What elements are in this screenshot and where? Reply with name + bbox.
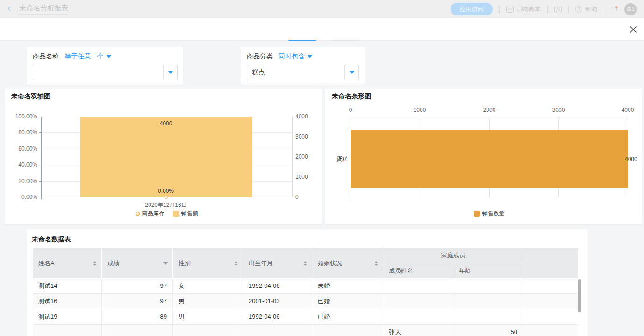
- bar-legend-icon: [173, 211, 179, 217]
- filter-operator-link[interactable]: 同时包含: [279, 52, 312, 61]
- sales-bar[interactable]: [80, 117, 252, 197]
- top-header: ‹ 未命名分析报表 应用访问 </> 后端脚本 ? 帮助 谭1: [0, 0, 644, 18]
- bar-legend-icon: [474, 211, 480, 217]
- axis-tick: [39, 197, 41, 197]
- filter-select[interactable]: 糕点: [247, 65, 359, 80]
- x-axis-category-label: 2020年12月16日: [138, 202, 194, 208]
- table-body: 测试14 97 女 1992-04-06 未婚 测试16 97 男 2001-0…: [33, 278, 578, 336]
- column-header-score[interactable]: 成绩: [102, 248, 173, 278]
- table-cell: 89: [102, 309, 173, 324]
- help-label: 帮助: [585, 5, 597, 14]
- table-cell: [173, 325, 243, 336]
- app-access-button: 应用访问: [451, 3, 493, 15]
- x-axis-tick-label: 1000: [401, 107, 438, 113]
- table-cell: [243, 325, 312, 336]
- filter-card-product-category: 商品分类 同时包含 糕点: [241, 47, 365, 85]
- select-value: 糕点: [247, 65, 344, 80]
- backend-script-button: </> 后端脚本: [506, 5, 541, 14]
- divider: [547, 6, 548, 13]
- help-icon: ?: [575, 6, 582, 13]
- y-axis-category-label: 蛋糕: [325, 156, 348, 162]
- inventory-point-marker[interactable]: [165, 196, 168, 199]
- table-row: 测试14 97 女 1992-04-06 未婚: [33, 278, 578, 294]
- y2-axis-tick-label: 1000: [295, 174, 314, 180]
- divider: [568, 6, 569, 13]
- x-axis-tick-label: 4000: [609, 107, 644, 113]
- y-axis-tick-label: 60.00%: [5, 146, 37, 152]
- legend-label: 销售数量: [482, 210, 505, 218]
- sort-icon[interactable]: [374, 261, 378, 266]
- report-title: 未命名分析报表: [18, 4, 69, 15]
- filter-label: 商品分类: [247, 52, 273, 61]
- legend-label: 销售额: [181, 210, 198, 218]
- table-title: 未命名数据表: [32, 235, 71, 244]
- filter-operator-text: 等于任意一个: [64, 52, 104, 61]
- column-header-birth[interactable]: 出生年月: [243, 248, 312, 278]
- table-row: 测试19 89 男 1992-04-06 已婚: [33, 309, 578, 325]
- select-dropdown-button[interactable]: [163, 65, 177, 80]
- filter-label: 商品名称: [33, 52, 59, 61]
- table-cell: 已婚: [312, 294, 383, 309]
- contacts-icon: [554, 6, 562, 13]
- y-axis-tick-label: 0.00%: [5, 194, 37, 200]
- sub-column-header-age: 年龄: [453, 263, 523, 278]
- group-header-family: 家庭成员: [383, 248, 523, 263]
- y2-axis-tick-label: 2000: [295, 153, 314, 160]
- x-axis-tick-label: 3000: [540, 107, 577, 113]
- table-cell: 男: [173, 294, 243, 309]
- table-header: 姓名A 成绩 性别 出生年月 婚姻状况 家庭成员: [33, 248, 578, 278]
- report-canvas: 商品名称 等于任意一个 商品分类 同时包含 糕点 未命名双轴图 100.0: [0, 41, 644, 336]
- column-header-label: 性别: [179, 259, 191, 268]
- axis-tick: [39, 165, 41, 165]
- y2-axis-tick-label: 4000: [295, 113, 314, 120]
- y2-axis-tick-label: 0: [295, 194, 314, 200]
- sort-icon[interactable]: [234, 261, 238, 266]
- x-axis-tick-label: 2000: [471, 107, 508, 113]
- bar-chart-card: 未命名条形图 0 1000 2000 3000 4000 蛋糕 4000 销售数…: [325, 89, 642, 224]
- table-cell: [102, 325, 173, 336]
- table-cell: [453, 294, 523, 309]
- filter-select[interactable]: [33, 65, 178, 80]
- quantity-bar[interactable]: [351, 130, 628, 188]
- group-header-label: 家庭成员: [441, 251, 465, 260]
- y-axis-tick-label: 80.00%: [5, 129, 37, 136]
- caret-down-icon: [107, 55, 111, 58]
- column-header-name[interactable]: 姓名A: [33, 248, 102, 278]
- select-value: [33, 65, 163, 80]
- close-button[interactable]: [629, 25, 637, 34]
- caret-down-icon: [350, 71, 354, 74]
- legend-item[interactable]: 销售数量: [474, 210, 505, 218]
- table-cell: [383, 309, 453, 324]
- close-icon: [629, 25, 637, 34]
- right-axis-line: [292, 117, 293, 197]
- column-header-empty: [523, 248, 578, 278]
- sort-icon[interactable]: [93, 261, 97, 266]
- divider: [499, 6, 500, 13]
- column-header-label: 姓名A: [38, 259, 55, 268]
- table-cell: 1992-04-06: [243, 278, 312, 293]
- table-cell: 测试16: [33, 294, 102, 309]
- axis-tick: [39, 132, 41, 133]
- axis-tick: [39, 117, 41, 117]
- column-header-label: 出生年月: [249, 259, 273, 268]
- legend: 销售数量: [351, 210, 628, 218]
- data-table-card: 未命名数据表 姓名A 成绩 性别 出生年月 婚姻状况: [27, 229, 588, 336]
- column-header-marital[interactable]: 婚姻状况: [312, 248, 383, 278]
- bell-icon: [611, 6, 618, 13]
- sort-desc-icon[interactable]: [163, 262, 168, 265]
- select-dropdown-button[interactable]: [344, 65, 358, 80]
- column-header-gender[interactable]: 性别: [173, 248, 243, 278]
- table-cell: [523, 325, 578, 336]
- sort-icon[interactable]: [303, 261, 307, 266]
- axis-tick: [39, 149, 41, 149]
- table-cell: 女: [173, 278, 243, 293]
- chart-title: 未命名双轴图: [11, 92, 50, 101]
- table-cell: 97: [102, 278, 173, 293]
- legend-item[interactable]: 商品库存: [136, 210, 165, 218]
- filter-operator-link[interactable]: 等于任意一个: [64, 52, 111, 61]
- back-icon: ‹: [7, 3, 11, 14]
- y-axis-tick-label: 40.00%: [5, 161, 37, 168]
- table-cell: 50: [453, 325, 523, 336]
- vertical-scrollbar-thumb[interactable]: [578, 279, 581, 312]
- legend-item[interactable]: 销售额: [173, 210, 198, 218]
